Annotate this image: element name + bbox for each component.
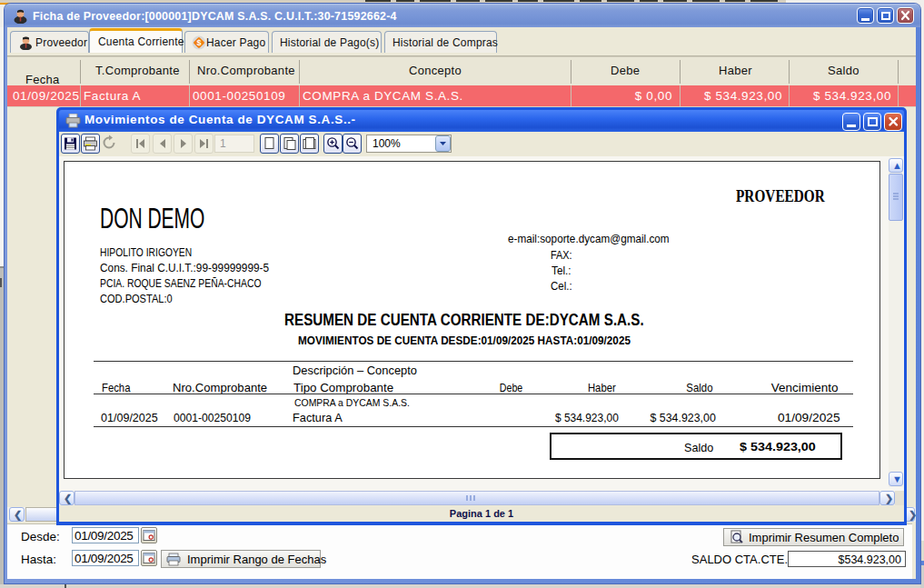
svg-text:$: $ bbox=[196, 38, 201, 47]
